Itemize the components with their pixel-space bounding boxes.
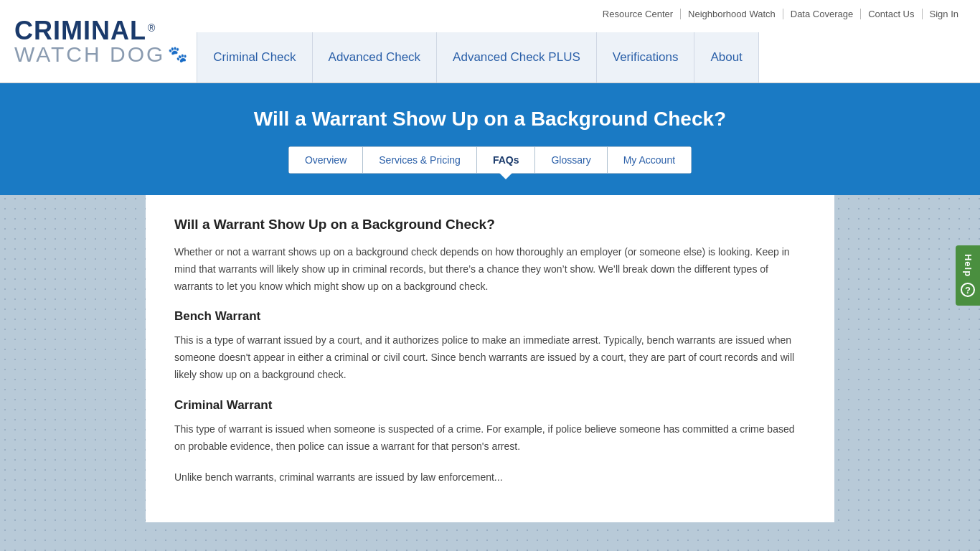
section-criminal-warrant-body: This type of warrant is issued when some… xyxy=(174,421,806,456)
tab-glossary[interactable]: Glossary xyxy=(535,147,607,173)
content-area: Will a Warrant Show Up on a Background C… xyxy=(146,195,834,522)
main-nav: Criminal Check Advanced Check Advanced C… xyxy=(197,32,759,83)
content-intro: Whether or not a warrant shows up on a b… xyxy=(174,244,806,295)
section-bench-warrant-heading: Bench Warrant xyxy=(174,309,806,324)
logo-area[interactable]: CRIMINAL ® WATCH DOG 🐾 xyxy=(14,0,189,83)
logo-criminal-text: CRIMINAL xyxy=(14,18,146,44)
nav-verifications[interactable]: Verifications xyxy=(596,32,694,83)
help-button[interactable]: Help ? xyxy=(956,245,980,306)
top-link-contact-us[interactable]: Contact Us xyxy=(861,9,922,19)
hero-title: Will a Warrant Show Up on a Background C… xyxy=(14,108,966,131)
logo-registered: ® xyxy=(148,22,155,34)
section-bench-warrant-body: This is a type of warrant issued by a co… xyxy=(174,332,806,383)
logo-watchdog-text: WATCH DOG 🐾 xyxy=(14,44,189,65)
content-main-heading: Will a Warrant Show Up on a Background C… xyxy=(174,217,806,232)
top-link-sign-in[interactable]: Sign In xyxy=(923,9,966,19)
help-label: Help xyxy=(963,254,974,277)
section-criminal-warrant-continued: Unlike bench warrants, criminal warrants… xyxy=(174,469,806,486)
nav-advanced-check[interactable]: Advanced Check xyxy=(312,32,437,83)
tab-faqs[interactable]: FAQs xyxy=(477,147,536,173)
top-link-resource-center[interactable]: Resource Center xyxy=(595,9,681,19)
tab-services-pricing[interactable]: Services & Pricing xyxy=(363,147,477,173)
sub-tabs: Overview Services & Pricing FAQs Glossar… xyxy=(288,146,692,174)
top-link-data-coverage[interactable]: Data Coverage xyxy=(783,9,861,19)
top-link-neighborhood-watch[interactable]: Neighborhood Watch xyxy=(681,9,783,19)
tab-overview[interactable]: Overview xyxy=(289,147,363,173)
help-icon: ? xyxy=(961,283,975,297)
tab-my-account[interactable]: My Account xyxy=(608,147,691,173)
hero-banner: Will a Warrant Show Up on a Background C… xyxy=(0,83,980,195)
page-body: Will a Warrant Show Up on a Background C… xyxy=(0,83,980,551)
section-criminal-warrant-heading: Criminal Warrant xyxy=(174,398,806,413)
nav-advanced-check-plus[interactable]: Advanced Check PLUS xyxy=(436,32,596,83)
top-links: Resource Center Neighborhood Watch Data … xyxy=(595,9,966,19)
active-tab-arrow-inner xyxy=(499,173,512,179)
nav-about[interactable]: About xyxy=(694,32,758,83)
nav-criminal-check[interactable]: Criminal Check xyxy=(197,32,311,83)
paw-icon: 🐾 xyxy=(168,47,189,62)
